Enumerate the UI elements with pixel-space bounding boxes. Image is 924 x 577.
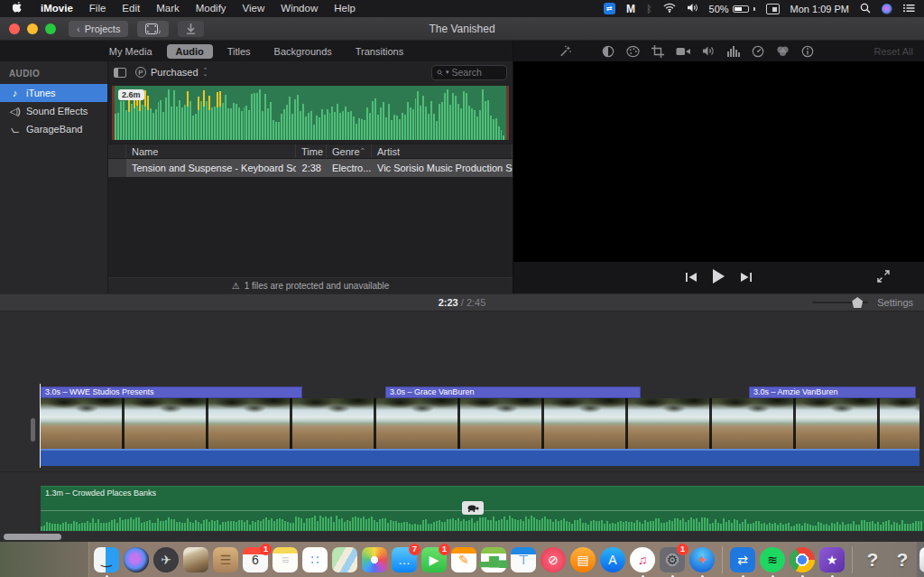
dock-keynote-icon[interactable]: ⊤ [510, 546, 537, 573]
dock-maps-icon[interactable] [331, 546, 358, 573]
apple-menu-icon[interactable] [13, 2, 25, 15]
menu-item-file[interactable]: File [81, 0, 115, 17]
video-preview[interactable] [513, 61, 924, 262]
slow-speed-turtle-badge[interactable] [462, 501, 484, 515]
menu-item-view[interactable]: View [235, 0, 273, 17]
dock-calendar-icon[interactable]: 61 [242, 546, 269, 573]
enhance-wand-icon[interactable] [559, 44, 572, 58]
dock-reminders-icon[interactable]: ∷ [301, 546, 328, 573]
column-header-time[interactable]: Time [296, 144, 327, 158]
play-button[interactable] [712, 269, 725, 287]
column-header-genre[interactable]: Genre⌃ [327, 144, 372, 158]
dock-itunes-icon[interactable]: ♫ [629, 546, 656, 573]
bluetooth-icon[interactable]: ᛒ [646, 4, 652, 14]
dock-mail-icon[interactable] [182, 546, 209, 573]
search-input[interactable] [451, 67, 502, 78]
menu-item-window[interactable]: Window [273, 0, 326, 17]
dock-facetime-icon[interactable]: ▶1 [420, 546, 448, 573]
stabilization-camera-icon[interactable] [676, 46, 690, 57]
dock-imovie-icon[interactable]: ★ [818, 546, 845, 573]
search-field[interactable]: ▾ [431, 65, 507, 80]
source-popup-button[interactable]: P Purchased ⌃⌄ [135, 67, 208, 78]
tab-my-media[interactable]: My Media [100, 44, 162, 59]
timeline-horizontal-scrollbar[interactable] [4, 534, 61, 540]
table-row[interactable]: Tension and Suspense - Keyboard Sou... 2… [108, 159, 513, 177]
dock-siri-icon[interactable] [123, 546, 150, 573]
tab-transitions[interactable]: Transitions [346, 44, 412, 59]
title-clip-3[interactable]: 3.0s – Amzie VanBuren [749, 386, 916, 398]
dock-system-preferences-icon[interactable]: ⚙1 [659, 546, 686, 573]
timeline-zoom-slider[interactable] [812, 297, 868, 308]
back-to-projects-button[interactable]: ‹ Projects [69, 21, 128, 37]
menu-item-mark[interactable]: Mark [148, 0, 188, 17]
menu-item-edit[interactable]: Edit [114, 0, 148, 17]
wifi-icon[interactable] [663, 3, 676, 14]
timeline-drag-handle[interactable] [31, 418, 35, 442]
dock-unknown-app-1-icon[interactable]: ? [859, 546, 886, 573]
dock-pages-icon[interactable]: ✎ [450, 546, 477, 573]
skip-to-end-button[interactable] [740, 270, 752, 286]
noise-equalizer-icon[interactable] [727, 45, 740, 57]
dock-teamviewer-icon[interactable]: ⇄ [729, 546, 756, 573]
menu-item-help[interactable]: Help [326, 0, 364, 17]
volume-adjust-icon[interactable] [702, 45, 716, 57]
notification-center-icon[interactable] [903, 4, 915, 14]
dock-minimized-window-icon[interactable]: ☰ [919, 546, 924, 573]
crop-icon[interactable] [651, 45, 664, 58]
menu-item-imovie[interactable]: iMovie [32, 0, 81, 17]
title-clip-2[interactable]: 3.0s – Grace VanBuren [385, 386, 641, 398]
m-app-menu-icon[interactable]: M [626, 3, 635, 15]
playhead[interactable] [40, 384, 41, 468]
zoom-slider-thumb[interactable] [852, 297, 863, 308]
column-header-artist[interactable]: Artist [372, 144, 513, 158]
spotlight-search-icon[interactable] [860, 3, 871, 15]
dock-news-icon[interactable]: ⊘ [540, 546, 567, 573]
tab-titles[interactable]: Titles [218, 44, 260, 59]
media-import-button[interactable]: ♪ [137, 21, 169, 37]
close-window-button[interactable] [9, 23, 20, 34]
dock-photos-icon[interactable] [361, 546, 388, 573]
dock-contacts-icon[interactable]: ☰ [212, 546, 239, 573]
fullscreen-icon[interactable] [877, 270, 890, 286]
input-source-icon[interactable] [766, 4, 780, 14]
dock-numbers-icon[interactable]: ▃▆▄ [480, 546, 507, 573]
dock-chrome-icon[interactable] [789, 546, 816, 573]
dock-finder-icon[interactable]: ‿ [93, 546, 120, 573]
dock-books-icon[interactable]: ▤ [569, 546, 596, 573]
teamviewer-menu-icon[interactable]: ⇄ [604, 3, 615, 14]
tab-backgrounds[interactable]: Backgrounds [265, 44, 341, 59]
reset-all-button[interactable]: Reset All [874, 46, 913, 57]
dock-unknown-app-2-icon[interactable]: ? [889, 546, 916, 573]
volume-icon[interactable] [687, 3, 698, 14]
skip-to-start-button[interactable] [686, 270, 698, 286]
tab-audio[interactable]: Audio [167, 44, 213, 59]
siri-menu-icon[interactable] [882, 4, 892, 14]
dock-notes-icon[interactable]: ≡ [272, 546, 299, 573]
sidebar-item-garageband[interactable]: ⦦GarageBand [0, 120, 107, 138]
zoom-window-button[interactable] [45, 23, 56, 34]
dock-spotify-icon[interactable]: ≋ [759, 546, 786, 573]
clip-filter-icon[interactable] [776, 45, 790, 57]
dock-messages-icon[interactable]: …7 [391, 546, 418, 573]
battery-indicator[interactable]: 50% [709, 4, 755, 14]
dock-launchpad-icon[interactable]: ✈ [152, 546, 180, 573]
video-clip-audio-bar[interactable] [41, 449, 919, 466]
color-correction-icon[interactable] [626, 45, 640, 58]
title-clip-1[interactable]: 3.0s – WWE Studios Presents [41, 386, 302, 398]
menu-clock[interactable]: Mon 1:09 PM [790, 4, 849, 14]
timeline-settings-button[interactable]: Settings [877, 297, 913, 308]
speed-gauge-icon[interactable] [752, 45, 764, 58]
sidebar-item-sound-effects[interactable]: ◁)Sound Effects [0, 102, 107, 120]
column-header-name[interactable]: Name [126, 144, 296, 158]
sidebar-item-itunes[interactable]: ♪iTunes [0, 84, 107, 102]
audio-waveform-preview[interactable]: 2.6m [112, 86, 509, 140]
menu-item-modify[interactable]: Modify [188, 0, 235, 17]
download-button[interactable] [178, 21, 204, 37]
minimize-window-button[interactable] [27, 23, 38, 34]
dock-appstore-icon[interactable]: A [599, 546, 626, 573]
sidebar-toggle-icon[interactable] [114, 68, 126, 78]
background-music-clip[interactable]: 1.3m – Crowded Places Banks [41, 486, 924, 531]
dock-safari-icon[interactable]: ✦ [688, 546, 716, 573]
video-clip-filmstrip[interactable] [41, 398, 919, 449]
clip-info-icon[interactable] [801, 45, 814, 58]
